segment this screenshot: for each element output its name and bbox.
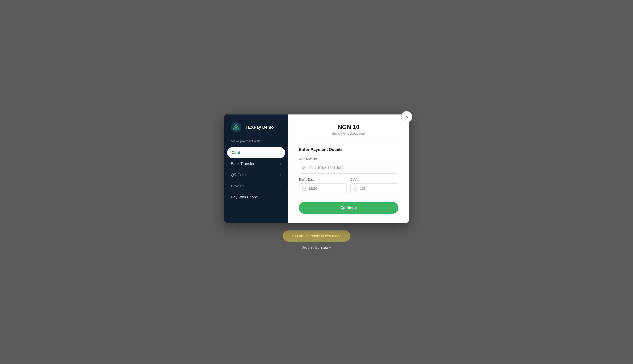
card-number-input-wrapper [299, 162, 398, 174]
nav-item-pay-with-phone[interactable]: Pay With Phone › [224, 192, 288, 203]
payment-amount: NGN 10 [299, 124, 398, 130]
page-center: × ITEXPay Demo Make payment with: [224, 114, 409, 250]
section-title: Enter Payment Details [299, 147, 398, 152]
expiry-input[interactable] [308, 187, 344, 191]
close-button[interactable]: × [401, 111, 412, 122]
svg-rect-3 [302, 167, 306, 169]
payment-content: NGN 10 demo@checkout.com Enter Payment D… [288, 114, 409, 223]
brand-logo [231, 122, 242, 132]
nav-label-qr-code: QR Code [231, 173, 246, 177]
nav-label-e-naira: E-Naira [231, 184, 244, 188]
card-number-input[interactable] [309, 166, 395, 170]
sidebar: ITEXPay Demo Make payment with: Card Ban… [224, 114, 288, 223]
card-icon [302, 166, 306, 170]
expiry-group: Expiry Date [299, 178, 347, 194]
nav-item-e-naira[interactable]: E-Naira › [224, 180, 288, 192]
svg-rect-6 [302, 187, 306, 190]
amount-section: NGN 10 demo@checkout.com [299, 124, 398, 141]
card-number-label: Card Number [299, 157, 398, 161]
brand-section: ITEXPay Demo [224, 122, 288, 140]
shield-icon [354, 187, 358, 191]
footer: You are currently in test mode Secured B… [282, 230, 351, 250]
calendar-icon [302, 187, 306, 191]
secured-by: Secured By itex⇒ [302, 245, 332, 250]
expiry-label: Expiry Date [299, 178, 347, 182]
itex-arrow-icon: ⇒ [328, 246, 332, 250]
cvv-input-wrapper [350, 183, 398, 194]
nav-label-pay-with-phone: Pay With Phone [231, 195, 258, 199]
nav-item-card[interactable]: Card [227, 147, 285, 158]
expiry-input-wrapper [299, 183, 347, 194]
itex-brand-name: itex [321, 245, 328, 250]
cvv-label: CVV [350, 178, 398, 182]
nav-item-bank-transfer[interactable]: Bank Transfer › [224, 158, 288, 169]
nav-item-qr-code[interactable]: QR Code › [224, 169, 288, 180]
chevron-icon: › [280, 184, 282, 188]
cvv-input[interactable] [360, 187, 395, 191]
close-icon: × [405, 114, 408, 119]
card-number-group: Card Number [299, 157, 398, 174]
make-payment-label: Make payment with: [224, 140, 288, 147]
itex-logo: itex⇒ [321, 245, 331, 250]
chevron-icon: › [280, 173, 282, 177]
payment-modal: ITEXPay Demo Make payment with: Card Ban… [224, 114, 409, 223]
cvv-group: CVV [350, 178, 398, 194]
payment-email: demo@checkout.com [299, 132, 398, 136]
test-mode-banner: You are currently in test mode [282, 230, 351, 242]
continue-button[interactable]: Continue [299, 202, 398, 214]
chevron-icon: › [280, 195, 282, 199]
chevron-icon: › [280, 162, 282, 166]
brand-name: ITEXPay Demo [244, 125, 274, 130]
svg-rect-5 [303, 168, 304, 168]
row-inputs: Expiry Date CVV [299, 178, 398, 199]
nav-label-card: Card [232, 150, 240, 155]
nav-label-bank-transfer: Bank Transfer [231, 162, 254, 166]
modal-wrapper: × ITEXPay Demo Make payment with: [224, 114, 409, 223]
secured-by-label: Secured By [302, 246, 319, 250]
